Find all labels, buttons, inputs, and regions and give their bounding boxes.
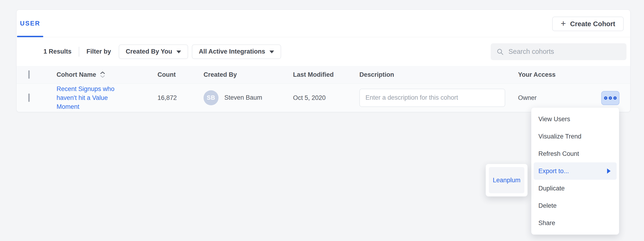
context-menu: View Users Visualize Trend Refresh Count… (531, 107, 619, 235)
search-box[interactable] (491, 43, 626, 60)
submenu-arrow-icon (607, 168, 610, 174)
tab-user-label: USER (20, 20, 40, 27)
integrations-dropdown[interactable]: All Active Integrations (192, 45, 281, 59)
create-cohort-button[interactable]: + Create Cohort (552, 17, 624, 31)
menu-item-delete[interactable]: Delete (531, 197, 619, 214)
column-description[interactable]: Description (360, 71, 394, 78)
tab-user[interactable]: USER (17, 10, 43, 37)
tab-bar: USER + Create Cohort (16, 10, 630, 37)
export-submenu: Leanplum (486, 164, 528, 196)
create-cohort-label: Create Cohort (570, 20, 615, 28)
menu-item-visualize-trend[interactable]: Visualize Trend (531, 128, 619, 145)
cohort-count: 16,872 (158, 94, 177, 101)
search-icon (496, 48, 504, 56)
created-by-cell: SB Steven Baum (204, 90, 262, 105)
menu-item-view-users[interactable]: View Users (531, 110, 619, 128)
creator-name: Steven Baum (224, 94, 262, 101)
menu-item-refresh-count[interactable]: Refresh Count (531, 145, 619, 162)
table-header: Cohort Name Count Created By Last Modifi… (16, 66, 630, 84)
plus-icon: + (560, 19, 566, 28)
column-your-access[interactable]: Your Access (518, 71, 556, 78)
column-created-by[interactable]: Created By (204, 71, 237, 78)
menu-item-share[interactable]: Share (531, 214, 619, 232)
created-by-dropdown[interactable]: Created By You (119, 45, 188, 59)
tab-active-underline (17, 36, 43, 37)
description-input[interactable] (360, 89, 505, 107)
menu-item-export-to[interactable]: Export to... (534, 162, 617, 180)
sort-icon[interactable] (100, 71, 105, 78)
last-modified-date: Oct 5, 2020 (293, 94, 326, 101)
chevron-down-icon (270, 51, 274, 53)
cohort-name-link[interactable]: Recent Signups who haven't hit a Value M… (56, 85, 127, 111)
select-all-checkbox[interactable] (28, 70, 30, 79)
more-dots-icon (614, 96, 617, 100)
avatar: SB (204, 90, 218, 105)
more-dots-icon (609, 96, 612, 100)
filter-by-label: Filter by (86, 48, 111, 55)
menu-item-export-label: Export to... (538, 167, 569, 175)
search-input[interactable] (508, 48, 621, 56)
access-value: Owner (518, 94, 537, 101)
more-actions-button[interactable] (601, 91, 620, 105)
more-dots-icon (604, 96, 607, 100)
integrations-dropdown-label: All Active Integrations (199, 48, 265, 55)
chevron-down-icon (176, 51, 181, 53)
created-by-dropdown-label: Created By You (126, 48, 172, 55)
column-last-modified[interactable]: Last Modified (293, 71, 334, 78)
row-checkbox[interactable] (28, 93, 30, 102)
filter-bar: 1 Results Filter by Created By You All A… (16, 37, 630, 66)
results-count: 1 Results (44, 48, 72, 55)
column-cohort-name[interactable]: Cohort Name (56, 71, 105, 78)
vertical-divider (79, 47, 79, 57)
column-count[interactable]: Count (158, 71, 176, 78)
cohorts-panel: USER + Create Cohort 1 Results Filter by… (16, 10, 630, 112)
submenu-item-leanplum[interactable]: Leanplum (489, 167, 524, 193)
menu-item-duplicate[interactable]: Duplicate (531, 180, 619, 197)
